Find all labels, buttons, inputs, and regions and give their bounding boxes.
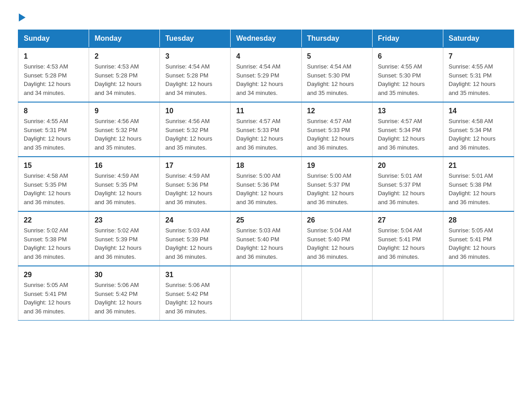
day-info: Sunrise: 4:57 AMSunset: 5:34 PMDaylight:…	[378, 117, 438, 152]
day-info: Sunrise: 5:04 AMSunset: 5:40 PMDaylight:…	[307, 226, 367, 261]
day-info: Sunrise: 4:53 AMSunset: 5:28 PMDaylight:…	[94, 62, 154, 97]
calendar-day-cell: 23Sunrise: 5:02 AMSunset: 5:39 PMDayligh…	[89, 211, 160, 266]
day-info: Sunrise: 4:56 AMSunset: 5:32 PMDaylight:…	[165, 117, 225, 152]
page-header	[18, 13, 514, 19]
day-info: Sunrise: 4:55 AMSunset: 5:31 PMDaylight:…	[449, 62, 508, 97]
calendar-day-cell: 30Sunrise: 5:06 AMSunset: 5:42 PMDayligh…	[89, 266, 160, 321]
calendar-week-row: 8Sunrise: 4:55 AMSunset: 5:31 PMDaylight…	[18, 102, 514, 157]
day-info: Sunrise: 4:54 AMSunset: 5:29 PMDaylight:…	[236, 62, 296, 97]
calendar-day-cell: 15Sunrise: 4:58 AMSunset: 5:35 PMDayligh…	[18, 157, 89, 211]
day-number: 28	[449, 216, 508, 224]
day-number: 20	[378, 162, 438, 170]
day-info: Sunrise: 4:54 AMSunset: 5:30 PMDaylight:…	[307, 62, 367, 97]
day-info: Sunrise: 5:00 AMSunset: 5:36 PMDaylight:…	[236, 171, 296, 206]
day-number: 3	[165, 52, 225, 60]
calendar-day-cell	[301, 266, 372, 321]
calendar-day-cell: 21Sunrise: 5:01 AMSunset: 5:38 PMDayligh…	[443, 157, 514, 211]
day-info: Sunrise: 5:02 AMSunset: 5:39 PMDaylight:…	[94, 226, 154, 261]
calendar-day-cell: 20Sunrise: 5:01 AMSunset: 5:37 PMDayligh…	[372, 157, 443, 211]
calendar-day-cell: 11Sunrise: 4:57 AMSunset: 5:33 PMDayligh…	[231, 102, 301, 157]
day-info: Sunrise: 5:01 AMSunset: 5:38 PMDaylight:…	[449, 171, 508, 206]
calendar-day-cell: 6Sunrise: 4:55 AMSunset: 5:30 PMDaylight…	[372, 47, 443, 102]
calendar-day-cell: 2Sunrise: 4:53 AMSunset: 5:28 PMDaylight…	[89, 47, 160, 102]
day-info: Sunrise: 5:03 AMSunset: 5:40 PMDaylight:…	[236, 226, 296, 261]
day-info: Sunrise: 5:01 AMSunset: 5:37 PMDaylight:…	[378, 171, 438, 206]
calendar-day-cell: 28Sunrise: 5:05 AMSunset: 5:41 PMDayligh…	[443, 211, 514, 266]
day-number: 7	[449, 52, 508, 60]
calendar-day-cell: 25Sunrise: 5:03 AMSunset: 5:40 PMDayligh…	[231, 211, 301, 266]
calendar-day-cell: 1Sunrise: 4:53 AMSunset: 5:28 PMDaylight…	[18, 47, 89, 102]
day-info: Sunrise: 5:03 AMSunset: 5:39 PMDaylight:…	[165, 226, 225, 261]
calendar-week-row: 22Sunrise: 5:02 AMSunset: 5:38 PMDayligh…	[18, 211, 514, 266]
calendar-day-cell: 16Sunrise: 4:59 AMSunset: 5:35 PMDayligh…	[89, 157, 160, 211]
day-number: 8	[24, 107, 83, 115]
calendar-day-cell: 24Sunrise: 5:03 AMSunset: 5:39 PMDayligh…	[160, 211, 231, 266]
day-info: Sunrise: 4:55 AMSunset: 5:30 PMDaylight:…	[378, 62, 438, 97]
day-info: Sunrise: 5:05 AMSunset: 5:41 PMDaylight:…	[24, 281, 83, 316]
calendar-week-row: 29Sunrise: 5:05 AMSunset: 5:41 PMDayligh…	[18, 266, 514, 321]
calendar-day-cell: 7Sunrise: 4:55 AMSunset: 5:31 PMDaylight…	[443, 47, 514, 102]
calendar-day-cell: 17Sunrise: 4:59 AMSunset: 5:36 PMDayligh…	[160, 157, 231, 211]
day-info: Sunrise: 4:58 AMSunset: 5:35 PMDaylight:…	[24, 171, 83, 206]
logo-arrow-icon	[19, 13, 26, 21]
day-info: Sunrise: 4:55 AMSunset: 5:31 PMDaylight:…	[24, 117, 83, 152]
day-info: Sunrise: 4:59 AMSunset: 5:35 PMDaylight:…	[94, 171, 154, 206]
day-info: Sunrise: 5:04 AMSunset: 5:41 PMDaylight:…	[378, 226, 438, 261]
calendar-day-cell: 4Sunrise: 4:54 AMSunset: 5:29 PMDaylight…	[231, 47, 301, 102]
day-info: Sunrise: 4:59 AMSunset: 5:36 PMDaylight:…	[165, 171, 225, 206]
header-saturday: Saturday	[443, 30, 514, 48]
calendar-day-cell: 26Sunrise: 5:04 AMSunset: 5:40 PMDayligh…	[301, 211, 372, 266]
day-number: 6	[378, 52, 438, 60]
day-number: 16	[94, 162, 154, 170]
day-number: 2	[94, 52, 154, 60]
calendar-day-cell: 12Sunrise: 4:57 AMSunset: 5:33 PMDayligh…	[301, 102, 372, 157]
day-number: 23	[94, 216, 154, 224]
calendar-day-cell: 19Sunrise: 5:00 AMSunset: 5:37 PMDayligh…	[301, 157, 372, 211]
day-info: Sunrise: 4:57 AMSunset: 5:33 PMDaylight:…	[236, 117, 296, 152]
day-number: 12	[307, 107, 367, 115]
calendar-day-cell: 13Sunrise: 4:57 AMSunset: 5:34 PMDayligh…	[372, 102, 443, 157]
day-number: 10	[165, 107, 225, 115]
calendar-day-cell: 9Sunrise: 4:56 AMSunset: 5:32 PMDaylight…	[89, 102, 160, 157]
day-number: 29	[24, 271, 83, 279]
calendar-day-cell: 5Sunrise: 4:54 AMSunset: 5:30 PMDaylight…	[301, 47, 372, 102]
day-number: 15	[24, 162, 83, 170]
calendar-day-cell: 22Sunrise: 5:02 AMSunset: 5:38 PMDayligh…	[18, 211, 89, 266]
logo	[18, 13, 26, 19]
day-info: Sunrise: 5:00 AMSunset: 5:37 PMDaylight:…	[307, 171, 367, 206]
calendar-day-cell	[372, 266, 443, 321]
calendar-day-cell: 10Sunrise: 4:56 AMSunset: 5:32 PMDayligh…	[160, 102, 231, 157]
header-tuesday: Tuesday	[160, 30, 231, 48]
calendar-day-cell	[231, 266, 301, 321]
calendar-day-cell: 27Sunrise: 5:04 AMSunset: 5:41 PMDayligh…	[372, 211, 443, 266]
day-info: Sunrise: 5:06 AMSunset: 5:42 PMDaylight:…	[165, 281, 225, 316]
day-number: 19	[307, 162, 367, 170]
day-number: 27	[378, 216, 438, 224]
calendar-week-row: 15Sunrise: 4:58 AMSunset: 5:35 PMDayligh…	[18, 157, 514, 211]
calendar-week-row: 1Sunrise: 4:53 AMSunset: 5:28 PMDaylight…	[18, 47, 514, 102]
calendar-day-cell: 18Sunrise: 5:00 AMSunset: 5:36 PMDayligh…	[231, 157, 301, 211]
day-number: 5	[307, 52, 367, 60]
day-number: 24	[165, 216, 225, 224]
day-number: 30	[94, 271, 154, 279]
day-info: Sunrise: 4:54 AMSunset: 5:28 PMDaylight:…	[165, 62, 225, 97]
day-number: 1	[24, 52, 83, 60]
calendar-table: Sunday Monday Tuesday Wednesday Thursday…	[18, 30, 514, 321]
day-number: 25	[236, 216, 296, 224]
day-number: 13	[378, 107, 438, 115]
day-info: Sunrise: 4:53 AMSunset: 5:28 PMDaylight:…	[24, 62, 83, 97]
header-sunday: Sunday	[18, 30, 89, 48]
day-info: Sunrise: 4:56 AMSunset: 5:32 PMDaylight:…	[94, 117, 154, 152]
header-wednesday: Wednesday	[231, 30, 301, 48]
day-info: Sunrise: 5:06 AMSunset: 5:42 PMDaylight:…	[94, 281, 154, 316]
day-info: Sunrise: 5:02 AMSunset: 5:38 PMDaylight:…	[24, 226, 83, 261]
day-number: 26	[307, 216, 367, 224]
day-number: 21	[449, 162, 508, 170]
day-info: Sunrise: 4:58 AMSunset: 5:34 PMDaylight:…	[449, 117, 508, 152]
day-info: Sunrise: 4:57 AMSunset: 5:33 PMDaylight:…	[307, 117, 367, 152]
day-number: 17	[165, 162, 225, 170]
day-info: Sunrise: 5:05 AMSunset: 5:41 PMDaylight:…	[449, 226, 508, 261]
day-number: 31	[165, 271, 225, 279]
day-number: 9	[94, 107, 154, 115]
header-monday: Monday	[89, 30, 160, 48]
